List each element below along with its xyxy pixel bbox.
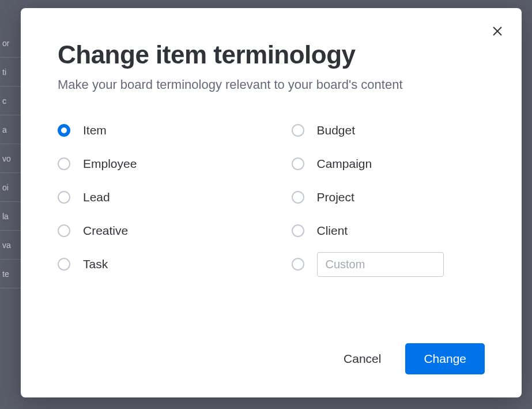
radio-icon — [292, 157, 304, 170]
bg-row: or — [0, 29, 23, 58]
bg-row: vo — [0, 144, 23, 173]
change-terminology-modal: Change item terminology Make your board … — [21, 8, 522, 397]
close-button[interactable] — [488, 22, 507, 40]
terminology-options: Item Employee Lead Creative Task B — [58, 121, 485, 273]
options-column-2: Budget Campaign Project Client — [292, 121, 485, 273]
modal-title: Change item terminology — [58, 40, 485, 69]
radio-label: Campaign — [317, 157, 372, 171]
radio-option-creative[interactable]: Creative — [58, 222, 251, 240]
bg-row: ti — [0, 58, 23, 87]
radio-option-employee[interactable]: Employee — [58, 155, 251, 173]
radio-icon — [58, 124, 70, 137]
radio-icon — [58, 258, 70, 271]
background-list: or ti c a vo oi la va te — [0, 0, 23, 409]
radio-label: Lead — [83, 190, 110, 204]
radio-option-campaign[interactable]: Campaign — [292, 155, 485, 173]
modal-subtitle: Make your board terminology relevant to … — [58, 77, 485, 92]
radio-icon — [292, 124, 304, 137]
radio-option-lead[interactable]: Lead — [58, 188, 251, 207]
radio-option-item[interactable]: Item — [58, 121, 251, 140]
radio-option-task[interactable]: Task — [58, 255, 251, 273]
radio-label: Task — [83, 257, 108, 271]
radio-option-client[interactable]: Client — [292, 222, 485, 240]
radio-option-custom[interactable] — [292, 255, 485, 273]
radio-icon — [58, 224, 70, 237]
radio-icon — [58, 191, 70, 204]
cancel-button[interactable]: Cancel — [338, 345, 387, 373]
change-button[interactable]: Change — [405, 343, 485, 374]
bg-row: te — [0, 260, 23, 288]
options-column-1: Item Employee Lead Creative Task — [58, 121, 251, 273]
radio-icon — [292, 258, 304, 271]
radio-label: Project — [317, 190, 354, 204]
close-icon — [491, 25, 504, 37]
radio-icon — [58, 157, 70, 170]
radio-option-project[interactable]: Project — [292, 188, 485, 207]
bg-row: la — [0, 202, 23, 231]
bg-row: oi — [0, 173, 23, 202]
radio-icon — [292, 224, 304, 237]
radio-label: Creative — [83, 224, 128, 238]
custom-terminology-input[interactable] — [317, 252, 444, 277]
radio-label: Budget — [317, 123, 356, 137]
radio-label: Client — [317, 224, 348, 238]
radio-icon — [292, 191, 304, 204]
bg-row: c — [0, 87, 23, 115]
radio-label: Employee — [83, 157, 137, 171]
bg-row: va — [0, 231, 23, 260]
radio-option-budget[interactable]: Budget — [292, 121, 485, 140]
modal-footer: Cancel Change — [338, 343, 485, 374]
radio-label: Item — [83, 123, 107, 137]
bg-row: a — [0, 115, 23, 144]
